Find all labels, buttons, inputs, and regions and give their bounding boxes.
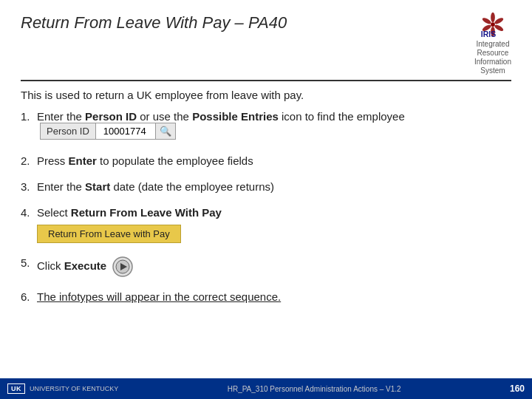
- footer-center-text: HR_PA_310 Personnel Administration Actio…: [118, 385, 510, 393]
- step-3-bold1: Start: [85, 180, 110, 193]
- step-4-line1: Select Return From Leave With Pay: [37, 206, 511, 219]
- uk-logo: UK: [7, 383, 25, 394]
- step-2-bold1: Enter: [69, 154, 97, 167]
- step-2-number: 2.: [21, 154, 37, 167]
- step-1: 1. Enter the Person ID or use the Possib…: [21, 110, 511, 141]
- intro-text: This is used to return a UK employee fro…: [21, 89, 511, 101]
- step-5-bold1: Execute: [64, 259, 107, 272]
- step-3-text-prefix: Enter the: [37, 180, 85, 193]
- step-1-number: 1.: [21, 110, 37, 123]
- person-id-search-btn[interactable]: 🔍: [155, 123, 175, 139]
- step-2: 2. Press Enter to populate the employee …: [21, 154, 511, 167]
- logo-tagline: IntegratedResourceInformationSystem: [474, 40, 511, 75]
- svg-point-1: [494, 16, 504, 25]
- step-5: 5. Click Execute: [21, 256, 511, 277]
- step-4-number: 4.: [21, 206, 37, 219]
- step-2-content: Press Enter to populate the employee fie…: [37, 154, 511, 167]
- step-3-text-suffix: date (date the employee returns): [110, 180, 274, 193]
- step-6: 6. The infotypes will appear in the corr…: [21, 290, 511, 303]
- step-1-text-middle: or use the: [137, 110, 192, 123]
- logo-area: IRIS IntegratedResourceInformationSystem: [474, 10, 511, 75]
- step-6-content: The infotypes will appear in the correct…: [37, 290, 511, 303]
- step-1-line1: Enter the Person ID or use the Possible …: [37, 110, 511, 140]
- person-id-value: 10001774: [96, 123, 155, 139]
- svg-point-5: [482, 16, 492, 25]
- step-4-widget-row: Return From Leave with Pay: [37, 222, 511, 243]
- person-id-label: Person ID: [41, 123, 96, 139]
- step-3: 3. Enter the Start date (date the employ…: [21, 180, 511, 193]
- step-6-text: The infotypes will appear in the correct…: [37, 290, 281, 303]
- step-4-content: Select Return From Leave With Pay Return…: [37, 206, 511, 243]
- step-1-bold1: Person ID: [85, 110, 137, 123]
- step-2-text-suffix: to populate the employee fields: [97, 154, 253, 167]
- footer: UK UNIVERSITY OF KENTUCKY HR_PA_310 Pers…: [0, 378, 532, 399]
- step-1-text-prefix: Enter the: [37, 110, 85, 123]
- step-4: 4. Select Return From Leave With Pay Ret…: [21, 206, 511, 243]
- step-5-content: Click Execute: [37, 256, 511, 277]
- step-3-number: 3.: [21, 180, 37, 193]
- svg-point-6: [491, 22, 495, 27]
- step-1-bold2: Possible Entries: [192, 110, 279, 123]
- main-content: Return From Leave With Pay – PA40 IRIS I…: [0, 0, 532, 324]
- person-id-widget: Person ID 10001774 🔍: [40, 123, 176, 140]
- step-1-text-suffix: icon to find the employee: [279, 110, 405, 123]
- svg-point-0: [491, 13, 495, 22]
- execute-icon[interactable]: [112, 256, 133, 277]
- uk-university-label: UNIVERSITY OF KENTUCKY: [30, 385, 118, 392]
- footer-left: UK UNIVERSITY OF KENTUCKY: [7, 383, 118, 394]
- step-4-text-prefix: Select: [37, 206, 71, 219]
- step-3-content: Enter the Start date (date the employee …: [37, 180, 511, 193]
- step-4-bold1: Return From Leave With Pay: [71, 206, 222, 219]
- step-1-content: Enter the Person ID or use the Possible …: [37, 110, 511, 141]
- header-row: Return From Leave With Pay – PA40 IRIS I…: [21, 13, 511, 81]
- step-6-number: 6.: [21, 290, 37, 303]
- page-title: Return From Leave With Pay – PA40: [21, 13, 287, 33]
- svg-text:IRIS: IRIS: [481, 30, 496, 38]
- step-5-text-prefix: Click: [37, 259, 64, 272]
- footer-page-number: 160: [510, 383, 525, 394]
- step-5-number: 5.: [21, 256, 37, 269]
- iris-logo-icon: IRIS: [475, 10, 511, 40]
- return-from-leave-widget[interactable]: Return From Leave with Pay: [37, 225, 181, 243]
- step-2-text-prefix: Press: [37, 154, 69, 167]
